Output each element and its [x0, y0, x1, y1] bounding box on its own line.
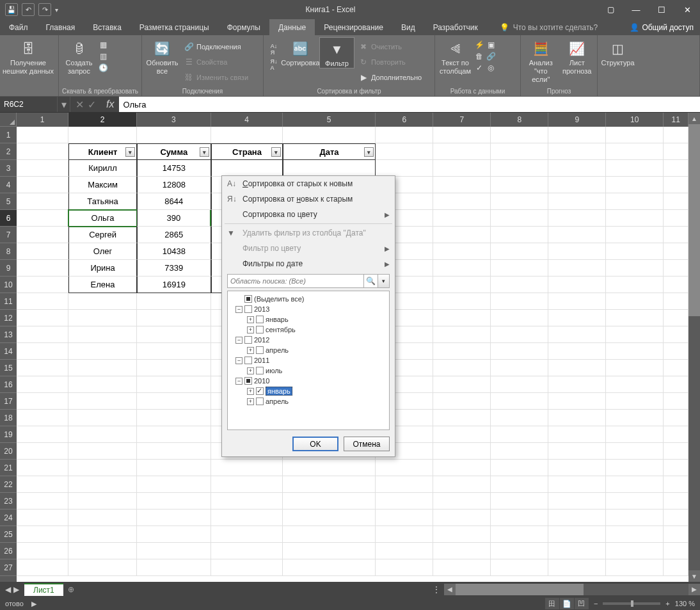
row-header[interactable]: 6: [0, 210, 17, 227]
recent-sources-icon[interactable]: 🕒: [98, 63, 108, 73]
tab-review[interactable]: Рецензирование: [315, 19, 392, 35]
cell[interactable]: [548, 510, 606, 526]
cell[interactable]: [606, 559, 664, 576]
cell[interactable]: [433, 443, 491, 460]
vertical-scrollbar[interactable]: ▲ ▼: [688, 113, 700, 582]
cell[interactable]: [17, 526, 68, 543]
cell[interactable]: [664, 443, 688, 460]
cell[interactable]: [17, 243, 68, 260]
cell[interactable]: 2865: [137, 227, 211, 243]
cancel-formula-icon[interactable]: ✕: [76, 99, 84, 111]
row-header[interactable]: 15: [0, 360, 17, 376]
cell[interactable]: [283, 510, 376, 526]
cell[interactable]: [17, 193, 68, 210]
cell[interactable]: 10438: [137, 243, 211, 260]
cell[interactable]: [137, 127, 211, 143]
cell[interactable]: [68, 127, 136, 143]
cell[interactable]: [606, 193, 664, 210]
cell[interactable]: [433, 476, 491, 493]
cell[interactable]: [664, 360, 688, 376]
h-scrollbar-thumb[interactable]: [456, 584, 584, 595]
column-header[interactable]: 1: [17, 113, 68, 127]
tree-year-2011[interactable]: − 2011: [230, 355, 386, 365]
cell[interactable]: 8644: [137, 193, 211, 210]
cell[interactable]: [606, 360, 664, 376]
cell[interactable]: [664, 426, 688, 443]
cell[interactable]: [664, 243, 688, 260]
cell[interactable]: [606, 177, 664, 193]
row-header[interactable]: 21: [0, 460, 17, 476]
cell[interactable]: [664, 393, 688, 410]
cell[interactable]: [17, 310, 68, 326]
row-header[interactable]: 9: [0, 260, 17, 277]
cell[interactable]: [17, 559, 68, 576]
cell[interactable]: [548, 343, 606, 360]
row-header[interactable]: 2: [0, 143, 17, 160]
cell[interactable]: [664, 559, 688, 576]
cell[interactable]: [491, 460, 548, 476]
checkbox[interactable]: [256, 397, 264, 405]
column-filter-button[interactable]: ▾: [125, 147, 135, 157]
consolidate-icon[interactable]: ▣: [486, 40, 496, 50]
data-model-icon[interactable]: ◎: [486, 63, 496, 73]
checkbox[interactable]: [256, 367, 264, 374]
sort-button[interactable]: 🔤 Сортировка: [283, 37, 318, 67]
cell[interactable]: [376, 559, 433, 576]
cell[interactable]: [664, 460, 688, 476]
cell[interactable]: [548, 559, 606, 576]
cell[interactable]: [68, 476, 136, 493]
cell[interactable]: [491, 143, 548, 160]
tab-page-layout[interactable]: Разметка страницы: [131, 19, 218, 35]
cell[interactable]: [376, 543, 433, 559]
tab-developer[interactable]: Разработчик: [424, 19, 487, 35]
cell[interactable]: [137, 526, 211, 543]
cell[interactable]: [491, 277, 548, 293]
cell[interactable]: [283, 476, 376, 493]
minimize-button[interactable]: —: [623, 0, 649, 19]
cell[interactable]: [211, 493, 283, 510]
cell[interactable]: [491, 360, 548, 376]
maximize-button[interactable]: ☐: [649, 0, 674, 19]
cell[interactable]: [548, 260, 606, 277]
cell[interactable]: [491, 210, 548, 227]
cell[interactable]: [17, 326, 68, 343]
redo-icon[interactable]: ↷: [38, 3, 51, 16]
cell[interactable]: [664, 260, 688, 277]
row-header[interactable]: 18: [0, 410, 17, 426]
cell[interactable]: [491, 559, 548, 576]
scroll-left-icon[interactable]: ◀: [444, 584, 456, 595]
cell[interactable]: [211, 543, 283, 559]
cell[interactable]: [433, 326, 491, 343]
tab-view[interactable]: Вид: [392, 19, 424, 35]
collapse-icon[interactable]: −: [235, 357, 243, 364]
cell[interactable]: [548, 177, 606, 193]
cell[interactable]: [68, 559, 136, 576]
tree-year-2010[interactable]: − 2010: [230, 376, 386, 386]
cell[interactable]: [17, 143, 68, 160]
cell[interactable]: [17, 360, 68, 376]
cell[interactable]: [433, 376, 491, 393]
filter-search-input[interactable]: [227, 274, 364, 288]
cell[interactable]: [491, 410, 548, 426]
cell[interactable]: [433, 243, 491, 260]
cell[interactable]: [664, 543, 688, 559]
checkbox[interactable]: [256, 346, 264, 354]
cell[interactable]: [606, 343, 664, 360]
cell[interactable]: [491, 177, 548, 193]
cell[interactable]: [491, 293, 548, 310]
cell[interactable]: Страна▾: [211, 143, 283, 160]
text-to-columns-button[interactable]: ⫷ Текст по столбцам: [438, 37, 473, 76]
cell[interactable]: [606, 243, 664, 260]
cell[interactable]: [491, 543, 548, 559]
cell[interactable]: [606, 277, 664, 293]
row-header[interactable]: 7: [0, 227, 17, 243]
cell[interactable]: [17, 460, 68, 476]
expand-icon[interactable]: +: [247, 367, 254, 374]
zoom-out-icon[interactable]: −: [594, 600, 598, 607]
cell[interactable]: [548, 376, 606, 393]
cell[interactable]: [137, 410, 211, 426]
cell[interactable]: [548, 277, 606, 293]
cell[interactable]: [137, 343, 211, 360]
cell[interactable]: [606, 476, 664, 493]
validation-icon[interactable]: ✓: [474, 63, 484, 73]
